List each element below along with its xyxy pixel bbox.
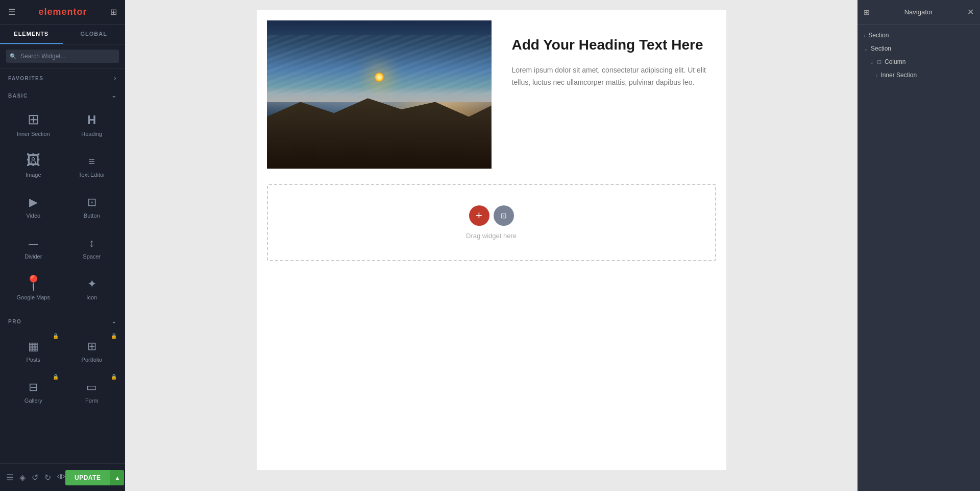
content-section: Add Your Heading Text Here Lorem ipsum d… — [257, 10, 726, 179]
navigator-panel-icon: ⊞ — [864, 8, 870, 16]
favorites-section-header[interactable]: FAVORITES › — [0, 68, 125, 86]
video-label: Video — [26, 213, 40, 219]
undo-icon[interactable]: ↺ — [32, 473, 38, 482]
portfolio-label: Portfolio — [82, 357, 102, 363]
page-canvas: Add Your Heading Text Here Lorem ipsum d… — [257, 10, 726, 470]
text-editor-icon — [88, 153, 95, 168]
navigator-header: ⊞ Navigator ✕ — [857, 0, 980, 25]
text-editor-label: Text Editor — [79, 172, 105, 178]
search-input[interactable] — [6, 50, 119, 63]
pro-section-header[interactable]: PRO ⌄ — [0, 312, 125, 329]
pro-widget-grid: Posts 🔒 Portfolio 🔒 Gallery 🔒 Form 🔒 — [0, 329, 125, 415]
widget-posts[interactable]: Posts 🔒 — [4, 329, 63, 370]
content-paragraph: Lorem ipsum dolor sit amet, consectetur … — [512, 64, 716, 89]
sidebar-footer: ☰ ◈ ↺ ↻ 👁 UPDATE ▲ — [0, 463, 125, 491]
form-icon — [86, 379, 97, 393]
gallery-label: Gallery — [24, 398, 42, 404]
posts-icon — [28, 338, 39, 353]
drop-add-button[interactable]: + — [469, 205, 489, 226]
elementor-logo: elementor — [38, 7, 87, 17]
image-label: Image — [26, 172, 41, 178]
drop-label: Drag widget here — [466, 232, 517, 240]
posts-label: Posts — [26, 357, 40, 363]
widget-image[interactable]: Image — [4, 144, 63, 185]
form-label: Form — [85, 398, 99, 404]
drop-template-button[interactable]: ⊡ — [494, 205, 514, 226]
hero-image — [267, 20, 492, 169]
nav-column-label: Column — [885, 58, 905, 65]
navigator-tree: › Section ⌄ Section ⌄ ⊡ Column › Inner S… — [857, 25, 980, 86]
nav-item-inner-section[interactable]: › Inner Section — [857, 68, 980, 82]
widget-portfolio[interactable]: Portfolio 🔒 — [63, 329, 121, 370]
basic-label: BASIC — [8, 93, 28, 99]
spacer-icon — [89, 235, 94, 249]
drop-zone[interactable]: + ⊡ Drag widget here — [267, 184, 716, 261]
video-icon — [29, 194, 38, 208]
sidebar-tabs: ELEMENTS GLOBAL — [0, 25, 125, 44]
heading-icon — [87, 112, 96, 127]
widget-text-editor[interactable]: Text Editor — [63, 144, 121, 185]
clouds-layer — [267, 35, 492, 95]
tab-global[interactable]: GLOBAL — [63, 25, 126, 44]
pro-chevron: ⌄ — [111, 318, 117, 325]
content-text-block: Add Your Heading Text Here Lorem ipsum d… — [512, 20, 716, 89]
inner-section-label: Inner Section — [17, 131, 50, 137]
widget-google-maps[interactable]: Google Maps — [4, 267, 63, 308]
layers-icon[interactable]: ◈ — [19, 473, 26, 482]
widget-button[interactable]: Button — [63, 185, 121, 226]
navigator-panel: ⊞ Navigator ✕ › Section ⌄ Section ⌄ ⊡ Co… — [857, 0, 980, 491]
update-arrow-button[interactable]: ▲ — [110, 470, 124, 485]
google-maps-icon — [24, 276, 42, 290]
icon-label: Icon — [86, 294, 97, 300]
widget-video[interactable]: Video — [4, 185, 63, 226]
nav-inner-section-label: Inner Section — [880, 72, 917, 79]
nav-inner-section-arrow: › — [876, 73, 877, 78]
navigator-title: Navigator — [904, 8, 933, 16]
left-sidebar: ☰ elementor ⊞ ELEMENTS GLOBAL FAVORITES … — [0, 0, 125, 491]
content-heading: Add Your Heading Text Here — [512, 36, 716, 54]
gallery-lock-icon: 🔒 — [53, 374, 59, 380]
widget-form[interactable]: Form 🔒 — [63, 370, 121, 411]
nav-item-column[interactable]: ⌄ ⊡ Column — [857, 55, 980, 68]
canvas-area: Add Your Heading Text Here Lorem ipsum d… — [125, 0, 857, 491]
widget-heading[interactable]: Heading — [63, 103, 121, 144]
widget-gallery[interactable]: Gallery 🔒 — [4, 370, 63, 411]
nav-section-1-arrow: › — [864, 33, 865, 38]
widget-spacer[interactable]: Spacer — [63, 226, 121, 267]
column-icon: ⊡ — [877, 59, 881, 65]
widget-divider[interactable]: Divider — [4, 226, 63, 267]
hamburger-icon[interactable]: ☰ — [8, 7, 15, 17]
nav-column-arrow: ⌄ — [870, 59, 874, 65]
redo-icon[interactable]: ↻ — [44, 473, 51, 482]
nav-item-section-1[interactable]: › Section — [857, 29, 980, 42]
drop-buttons: + ⊡ — [469, 205, 514, 226]
widget-icon[interactable]: Icon — [63, 267, 121, 308]
divider-icon — [29, 235, 38, 249]
portfolio-lock-icon: 🔒 — [111, 333, 117, 339]
drop-zone-section: + ⊡ Drag widget here — [257, 179, 726, 271]
nav-item-section-2[interactable]: ⌄ Section — [857, 42, 980, 55]
navigator-close-button[interactable]: ✕ — [967, 7, 974, 17]
sidebar-header: ☰ elementor ⊞ — [0, 0, 125, 25]
favorites-chevron: › — [114, 75, 117, 82]
basic-section-header[interactable]: BASIC ⌄ — [0, 86, 125, 103]
portfolio-icon — [87, 338, 96, 353]
image-icon — [26, 153, 40, 168]
update-button[interactable]: UPDATE — [65, 470, 110, 485]
grid-icon[interactable]: ⊞ — [110, 7, 117, 17]
favorites-label: FAVORITES — [8, 76, 43, 81]
nav-section-2-label: Section — [871, 45, 891, 52]
inner-section-icon — [28, 112, 39, 127]
divider-label: Divider — [24, 253, 42, 260]
search-box — [0, 44, 125, 68]
spacer-label: Spacer — [83, 253, 101, 260]
sidebar-content: FAVORITES › BASIC ⌄ Inner Section Headin… — [0, 68, 125, 491]
settings-icon[interactable]: ☰ — [6, 473, 13, 482]
icon-icon — [87, 276, 96, 290]
widget-inner-section[interactable]: Inner Section — [4, 103, 63, 144]
tab-elements[interactable]: ELEMENTS — [0, 25, 63, 44]
footer-icons: ☰ ◈ ↺ ↻ 👁 — [6, 473, 65, 482]
eye-icon[interactable]: 👁 — [57, 473, 65, 482]
nav-section-2-arrow: ⌄ — [864, 46, 868, 52]
form-lock-icon: 🔒 — [111, 374, 117, 380]
